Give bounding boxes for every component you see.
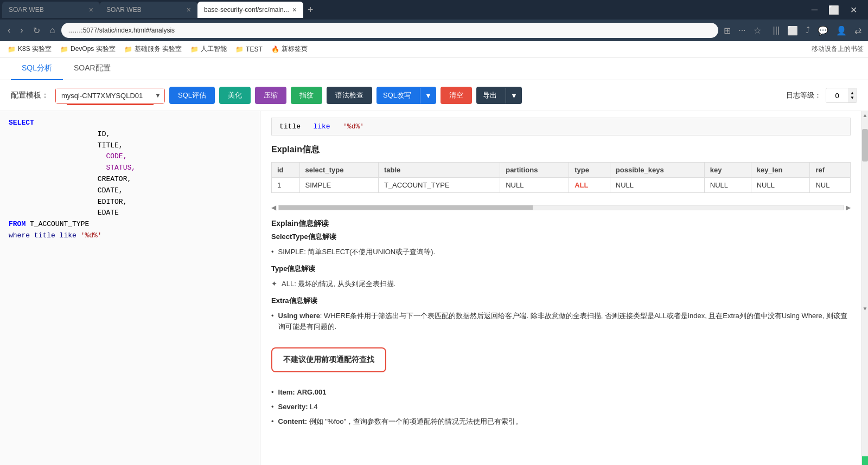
- bookmark-devops[interactable]: 📁 DevOps 实验室: [57, 43, 119, 55]
- star-icon[interactable]: ☆: [751, 24, 763, 37]
- scroll-indicator: [862, 456, 868, 465]
- severity-value: L4: [310, 403, 317, 411]
- clear-button[interactable]: 清空: [441, 87, 472, 104]
- menu-icon[interactable]: ···: [736, 24, 748, 36]
- warning-details-section: Item: ARG.001 Severity: L4 Content: 例如 "…: [271, 385, 851, 429]
- tab-3-title: base-security-conf/src/main...: [204, 6, 289, 14]
- reader-icon[interactable]: ⬜: [785, 24, 800, 37]
- sql-field-code: CODE,: [106, 152, 127, 160]
- bookmarks-mobile[interactable]: 移动设备上的书签: [812, 44, 864, 54]
- cell-select-type: SIMPLE: [299, 178, 378, 193]
- tab-1-close[interactable]: ×: [89, 5, 93, 14]
- vertical-scrollbar[interactable]: ▲ ▼: [861, 111, 868, 465]
- log-level-input-wrap: ▲ ▼: [826, 88, 857, 103]
- explain-analysis-section: Explain信息解读 SelectType信息解读 SIMPLE: 简单SEL…: [271, 219, 851, 334]
- address-input[interactable]: [61, 23, 718, 38]
- reload-button[interactable]: ↻: [30, 24, 43, 37]
- page-tabs: SQL分析 SOAR配置: [0, 57, 868, 80]
- sql-editor[interactable]: SELECT ID, TITLE, CODE, STATUS,: [0, 111, 260, 465]
- sync-icon[interactable]: ⇄: [852, 24, 864, 37]
- table-header-row: id select_type table partitions type pos…: [272, 163, 851, 178]
- back-button[interactable]: ‹: [4, 24, 14, 36]
- new-tab-button[interactable]: +: [303, 4, 318, 16]
- scroll-up-btn[interactable]: ▲: [863, 112, 868, 118]
- cell-key-len: NULL: [751, 178, 810, 193]
- sql-field-status: STATUS,: [106, 164, 136, 172]
- beautify-button[interactable]: 美化: [219, 87, 251, 104]
- warning-content: Content: 例如 "%foo"，查询参数有一个前项通配符的情况无法使用已有…: [271, 415, 851, 429]
- tab-sql-analysis[interactable]: SQL分析: [11, 57, 63, 80]
- warning-border-wrap: 不建议使用前项通配符查找: [271, 341, 851, 379]
- toolbar-icons: ⊞ ··· ☆ ||| ⬜ ⤴ 💬 👤 ⇄: [722, 24, 864, 37]
- explain-table-scroll[interactable]: id select_type table partitions type pos…: [271, 162, 851, 202]
- scroll-right-btn[interactable]: ▶: [846, 204, 851, 211]
- browser-window: SOAR WEB × SOAR WEB × base-security-conf…: [0, 0, 868, 465]
- horizontal-scrollbar[interactable]: [278, 205, 844, 210]
- compress-button[interactable]: 压缩: [255, 87, 286, 104]
- bookmark-k8s-label: K8S 实验室: [18, 44, 52, 54]
- col-ref: ref: [810, 163, 851, 178]
- v-scrollbar-thumb: [862, 129, 868, 162]
- extra-item-0: Using where: WHERE条件用于筛选出与下一个表匹配的数据然后返回给…: [271, 309, 851, 335]
- warning-item-label: Item: ARG.001: [271, 385, 851, 400]
- explain-section: Explain信息 id select_type table partition: [271, 144, 851, 211]
- sql-field-editor: EDITOR,: [98, 198, 127, 206]
- folder-icon: 📁: [8, 46, 16, 53]
- library-icon[interactable]: |||: [771, 24, 782, 36]
- chat-icon[interactable]: 💬: [815, 24, 831, 37]
- sql-evaluate-button[interactable]: SQL评估: [169, 87, 215, 104]
- warning-severity: Severity: L4: [271, 400, 851, 415]
- sql-field-creator: CREATOR,: [98, 175, 131, 183]
- tab-2-title: SOAR WEB: [106, 6, 183, 14]
- bookmark-ai[interactable]: 📁 人工智能: [187, 43, 230, 55]
- minimize-button[interactable]: ─: [807, 4, 822, 16]
- content-area: SQL分析 SOAR配置 配置模板： mysql-CNT7XMYSQLD01 ▼…: [0, 57, 868, 465]
- tab-soar-config[interactable]: SOAR配置: [63, 57, 122, 80]
- tab-3-close[interactable]: ×: [292, 5, 297, 14]
- warning-box: 不建议使用前项通配符查找: [271, 347, 386, 372]
- severity-label: Severity:: [278, 403, 308, 411]
- scroll-left-btn[interactable]: ◀: [271, 204, 276, 211]
- select-type-item-0: SIMPLE: 简单SELECT(不使用UNION或子查询等).: [271, 245, 851, 260]
- share-icon[interactable]: ⤴: [803, 24, 812, 36]
- log-level-input[interactable]: [826, 89, 848, 102]
- fingerprint-button[interactable]: 指纹: [291, 87, 322, 104]
- restore-button[interactable]: ⬜: [824, 4, 844, 16]
- bookmark-k8s[interactable]: 📁 K8S 实验室: [4, 43, 55, 55]
- sql-field-id: ID,: [98, 130, 110, 138]
- syntax-check-button[interactable]: 语法检查: [327, 87, 372, 104]
- sql-rewrite-button[interactable]: SQL改写: [376, 87, 418, 104]
- browser-tab-2[interactable]: SOAR WEB ×: [100, 2, 197, 18]
- sql-rewrite-arrow[interactable]: ▼: [420, 88, 436, 104]
- bookmark-base[interactable]: 📁 基础服务 实验室: [121, 43, 185, 55]
- cell-partitions: NULL: [500, 178, 569, 193]
- export-button[interactable]: 导出: [476, 87, 503, 104]
- tab-2-close[interactable]: ×: [187, 5, 191, 14]
- grid-icon[interactable]: ⊞: [722, 24, 733, 37]
- table-row: 1 SIMPLE T_ACCOUNT_TYPE NULL ALL NULL NU…: [272, 178, 851, 193]
- log-level-arrows[interactable]: ▲ ▼: [848, 88, 857, 102]
- home-button[interactable]: ⌂: [47, 24, 59, 36]
- export-arrow[interactable]: ▼: [506, 88, 522, 104]
- log-level-label: 日志等级：: [786, 91, 821, 100]
- bookmark-test[interactable]: 📁 TEST: [232, 44, 266, 54]
- forward-button[interactable]: ›: [17, 24, 26, 36]
- extra-text: : WHERE条件用于筛选出与下一个表匹配的数据然后返回给客户端. 除非故意做的…: [278, 312, 848, 331]
- config-select[interactable]: mysql-CNT7XMYSQLD01: [56, 88, 164, 103]
- browser-tab-3[interactable]: base-security-conf/src/main... ×: [197, 2, 303, 18]
- browser-tab-1[interactable]: SOAR WEB ×: [2, 2, 100, 18]
- address-bar: ‹ › ↻ ⌂ ⊞ ··· ☆ ||| ⬜ ⤴ 💬 👤 ⇄: [0, 20, 868, 41]
- cell-id: 1: [272, 178, 300, 193]
- title-bar: SOAR WEB × SOAR WEB × base-security-conf…: [0, 0, 868, 20]
- sql-field-edate: EDATE: [98, 209, 119, 217]
- col-id: id: [272, 163, 300, 178]
- profile-icon[interactable]: 👤: [834, 24, 849, 37]
- sql-keyword-select: SELECT: [9, 119, 34, 127]
- bookmark-newtab[interactable]: 🔥 新标签页: [268, 43, 311, 55]
- scroll-down-btn[interactable]: ▼: [863, 306, 868, 312]
- explain-title: Explain信息: [271, 144, 851, 156]
- fire-icon: 🔥: [271, 46, 279, 53]
- cell-possible-keys: NULL: [610, 178, 704, 193]
- close-window-button[interactable]: ✕: [846, 4, 861, 16]
- sql-preview-like: like: [313, 122, 330, 131]
